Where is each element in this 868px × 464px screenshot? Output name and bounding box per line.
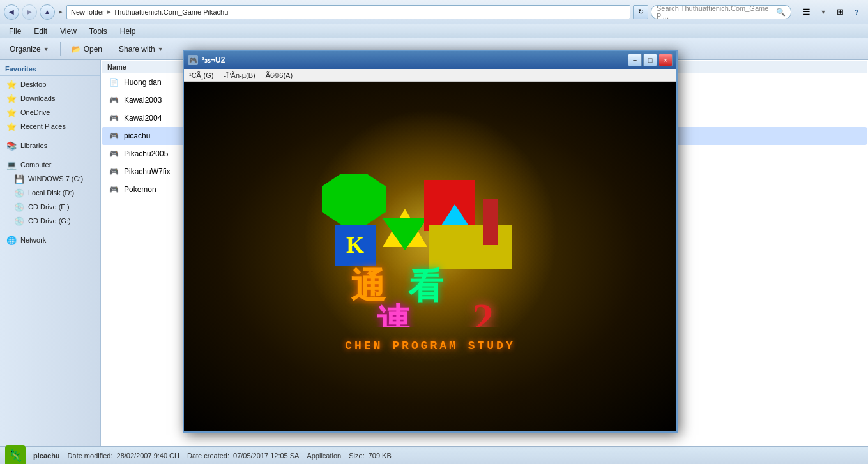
- onedrive-label: OneDrive: [20, 109, 50, 116]
- file-icon-huong-dan: 📄: [107, 76, 120, 89]
- breadcrumb-path: Thuthuattienich.Com_Game Pikachu: [114, 8, 229, 16]
- game-window: 🎮 ³₃₅¬U2 − □ × ¹CÃ¸(G) -Ī°Ãn-µ(B) Ã6©6(A…: [183, 50, 678, 433]
- file-icon-picachu: 🎮: [107, 130, 120, 142]
- view-pane-button[interactable]: ⊞: [832, 5, 848, 19]
- file-name-pokemon: Pokemon: [124, 185, 156, 194]
- view-details-button[interactable]: ☰: [799, 5, 814, 19]
- file-icon-pokemon: 🎮: [107, 183, 120, 196]
- game-menu-bar: ¹CÃ¸(G) -Ī°Ãn-µ(B) Ã6©6(A): [184, 69, 676, 82]
- libraries-label: Libraries: [20, 142, 47, 149]
- desktop-label: Desktop: [20, 80, 46, 88]
- cd-g-label: CD Drive (G:): [28, 217, 71, 225]
- cd-f-label: CD Drive (F:): [28, 203, 70, 211]
- address-bar: ◀ ▶ ▲ ▸ New folder ▸ Thuthuattienich.Com…: [0, 0, 868, 24]
- open-label: Open: [84, 45, 102, 54]
- downloads-label: Downloads: [20, 94, 55, 102]
- back-button[interactable]: ◀: [4, 4, 19, 20]
- sidebar-item-libraries[interactable]: 📚 Libraries: [0, 138, 100, 153]
- sidebar-item-network[interactable]: 🌐 Network: [0, 233, 100, 247]
- breadcrumb-arrow: ▸: [107, 8, 111, 16]
- share-with-button[interactable]: Share with ▼: [113, 42, 169, 56]
- file-name-kawai2003: Kawai2003: [124, 96, 162, 105]
- breadcrumb-text: New folder: [71, 8, 105, 16]
- game-minimize-button[interactable]: −: [628, 54, 642, 66]
- game-close-button[interactable]: ×: [659, 54, 673, 66]
- search-bar[interactable]: Search Thuthuattienich.Com_Game Pi... 🔍: [651, 5, 791, 19]
- column-name: Name: [107, 63, 126, 71]
- downloads-icon: ⭐: [6, 93, 17, 103]
- forward-button[interactable]: ▶: [22, 4, 37, 20]
- sidebar-item-cd-g[interactable]: 💿 CD Drive (G:): [0, 214, 100, 228]
- view-controls: ☰ ▼ ⊞ ?: [799, 5, 864, 19]
- menu-bar: File Edit View Tools Help: [0, 24, 868, 38]
- window-frame: ◀ ▶ ▲ ▸ New folder ▸ Thuthuattienich.Com…: [0, 0, 868, 464]
- status-created: Date created: 07/05/2017 12:05 SA: [187, 452, 299, 460]
- sidebar-item-windows-c[interactable]: 💾 WINDOWS 7 (C:): [0, 172, 100, 186]
- local-d-icon: 💿: [14, 188, 24, 198]
- windows-c-label: WINDOWS 7 (C:): [28, 175, 83, 183]
- status-created-value: 07/05/2017 12:05 SA: [233, 452, 299, 460]
- computer-label: Computer: [20, 161, 51, 168]
- file-icon-kawai2004: 🎮: [107, 112, 120, 124]
- menu-edit[interactable]: Edit: [29, 26, 52, 37]
- sidebar-item-onedrive[interactable]: ⭐ OneDrive: [0, 105, 100, 119]
- status-size-value: 709 KB: [369, 452, 392, 460]
- onedrive-icon: ⭐: [6, 107, 17, 117]
- svg-rect-8: [483, 199, 498, 245]
- sidebar-item-downloads[interactable]: ⭐ Downloads: [0, 91, 100, 105]
- file-name-pikachuw7fix: PikachuW7fix: [124, 167, 171, 176]
- computer-icon: 💻: [6, 160, 17, 170]
- share-label: Share with: [119, 45, 155, 54]
- status-filename: picachu: [33, 452, 60, 460]
- status-type: Application: [307, 452, 341, 460]
- svg-text:連: 連: [376, 302, 413, 327]
- file-icon-pikachu2005: 🎮: [107, 147, 120, 160]
- windows-c-icon: 💾: [14, 174, 24, 184]
- network-icon: 🌐: [6, 235, 17, 245]
- file-name-pikachu2005: Pikachu2005: [124, 149, 168, 158]
- splash-background: K 通 看 連: [184, 82, 676, 431]
- sidebar-item-local-d[interactable]: 💿 Local Disk (D:): [0, 186, 100, 200]
- status-size: Size: 709 KB: [349, 452, 392, 460]
- menu-file[interactable]: File: [4, 26, 26, 37]
- svg-text:K: K: [346, 232, 363, 258]
- favorites-label: Favorites: [5, 65, 36, 73]
- kawaii-logo-svg: K 通 看 連: [271, 148, 590, 327]
- toolbar-separator-1: [60, 42, 61, 56]
- sidebar-item-computer[interactable]: 💻 Computer: [0, 158, 100, 172]
- sidebar-item-cd-f[interactable]: 💿 CD Drive (F:): [0, 200, 100, 214]
- organize-dropdown-icon: ▼: [43, 46, 49, 52]
- game-menu-item-2[interactable]: -Ī°Ãn-µ(B): [222, 71, 258, 80]
- status-size-label: Size:: [349, 452, 364, 460]
- sidebar-item-desktop[interactable]: ⭐ Desktop: [0, 77, 100, 91]
- menu-view[interactable]: View: [55, 26, 82, 37]
- organize-button[interactable]: Organize ▼: [4, 42, 55, 56]
- network-section: 🌐 Network: [0, 233, 100, 247]
- address-start-icon: ▸: [59, 8, 63, 16]
- view-dropdown[interactable]: ▼: [816, 5, 831, 19]
- status-modified-value: 28/02/2007 9:40 CH: [117, 452, 179, 460]
- menu-help[interactable]: Help: [115, 26, 141, 37]
- breadcrumb[interactable]: New folder ▸ Thuthuattienich.Com_Game Pi…: [66, 5, 630, 19]
- open-button[interactable]: 📂 Open: [66, 42, 108, 56]
- status-created-label: Date created:: [187, 452, 229, 460]
- up-button[interactable]: ▲: [40, 4, 55, 20]
- help-button[interactable]: ?: [849, 5, 864, 19]
- game-menu-item-1[interactable]: ¹CÃ¸(G): [187, 71, 217, 80]
- refresh-button[interactable]: ↻: [633, 5, 648, 19]
- folder-open-icon: 📂: [72, 45, 81, 54]
- file-icon-kawai2003: 🎮: [107, 94, 120, 107]
- sidebar-item-recent[interactable]: ⭐ Recent Places: [0, 119, 100, 133]
- libraries-section: 📚 Libraries: [0, 138, 100, 153]
- svg-rect-7: [429, 225, 512, 269]
- status-modified-label: Date modified:: [68, 452, 113, 460]
- menu-tools[interactable]: Tools: [84, 26, 112, 37]
- favorites-section: Favorites ⭐ Desktop ⭐ Downloads ⭐ OneDri…: [0, 63, 100, 133]
- status-bar: 🦎 picachu Date modified: 28/02/2007 9:40…: [0, 446, 868, 464]
- game-maximize-button[interactable]: □: [643, 54, 657, 66]
- file-name-kawai2004: Kawai2004: [124, 114, 162, 123]
- game-menu-item-3[interactable]: Ã6©6(A): [263, 71, 295, 80]
- file-icon-pikachuw7fix: 🎮: [107, 165, 120, 178]
- status-type-value: Application: [307, 452, 341, 460]
- status-filename-value: picachu: [33, 452, 60, 460]
